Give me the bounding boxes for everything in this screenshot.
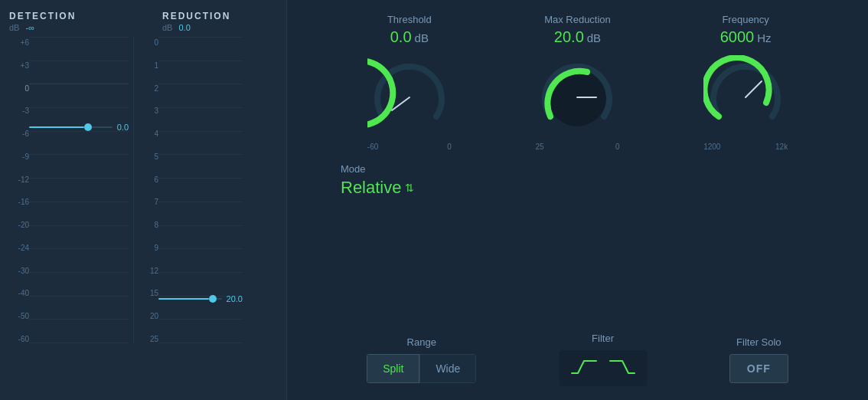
- scale-label-m60: -60: [6, 335, 29, 343]
- rscale-25: 25: [139, 335, 158, 343]
- rscale-20: 20: [139, 312, 158, 320]
- mode-block: Mode Relative ⇅: [325, 163, 414, 198]
- frequency-knob[interactable]: [703, 55, 788, 139]
- max-reduction-knob[interactable]: [535, 55, 619, 139]
- range-block: Range Split Wide: [367, 336, 476, 383]
- frequency-scale: 1200 12k: [703, 143, 788, 151]
- scale-label-m3: -3: [6, 107, 29, 115]
- scale-label-0: 0: [6, 84, 29, 93]
- mode-selector[interactable]: Relative ⇅: [341, 178, 414, 198]
- max-reduction-block: Max Reduction 20.0 dB: [535, 14, 619, 151]
- rscale-6: 6: [139, 175, 158, 184]
- reduction-slider-value: 20.0: [227, 294, 243, 303]
- detection-scale: +6 +3 0 -3 -6 -9 -12 -16 -20 -24 -30 -40…: [6, 37, 29, 343]
- rscale-8: 8: [139, 221, 158, 229]
- svg-line-3: [746, 81, 762, 97]
- threshold-unit: dB: [415, 31, 429, 44]
- frequency-scale-max: 12k: [775, 143, 788, 151]
- scale-label-m12: -12: [6, 175, 29, 184]
- range-split-button[interactable]: Split: [367, 354, 419, 383]
- rscale-1: 1: [139, 61, 158, 70]
- detection-gridlines: [29, 37, 129, 343]
- scale-label-m40: -40: [6, 289, 29, 297]
- filter-solo-block: Filter Solo OFF: [729, 336, 788, 383]
- range-buttons: Split Wide: [367, 354, 476, 383]
- filter-highpass-icon: [570, 358, 598, 376]
- main-layout: DETECTION dB -∞ REDUCTION dB 0.0 +6 +3 0: [0, 0, 868, 400]
- reduction-title: REDUCTION: [162, 11, 277, 21]
- rscale-4: 4: [139, 130, 158, 138]
- filter-block: Filter: [560, 333, 647, 386]
- frequency-block: Frequency 6000 Hz 1200: [703, 14, 788, 151]
- threshold-label: Threshold: [387, 14, 432, 25]
- scale-label-m6: -6: [6, 130, 29, 138]
- knobs-row: Threshold 0.0 dB -60: [325, 14, 830, 151]
- mode-label: Mode: [341, 163, 414, 175]
- reduction-db-label: dB: [162, 23, 172, 32]
- threshold-scale-max: 0: [447, 143, 452, 151]
- detection-db-row: dB -∞: [9, 23, 162, 32]
- reduction-col-header: REDUCTION dB 0.0: [162, 11, 277, 32]
- frequency-label: Frequency: [722, 14, 768, 25]
- threshold-knob-svg: [367, 55, 452, 139]
- rscale-7: 7: [139, 198, 158, 206]
- frequency-scale-min: 1200: [703, 143, 720, 151]
- max-reduction-unit: dB: [587, 31, 601, 44]
- rscale-3: 3: [139, 107, 158, 115]
- frequency-value: 6000: [720, 28, 755, 46]
- detection-slider[interactable]: 0.0: [29, 123, 129, 132]
- reduction-slider-container: 20.0: [158, 37, 243, 343]
- frequency-knob-svg: [703, 55, 788, 139]
- right-panel: Threshold 0.0 dB -60: [287, 0, 868, 400]
- threshold-block: Threshold 0.0 dB -60: [367, 14, 452, 151]
- filter-solo-label: Filter Solo: [736, 336, 782, 348]
- bottom-row: Range Split Wide Filter: [325, 333, 830, 386]
- max-reduction-scale-min: 25: [535, 143, 543, 151]
- mode-row: Mode Relative ⇅: [325, 163, 830, 198]
- rscale-0: 0: [139, 38, 158, 47]
- panel-divider: [133, 37, 134, 343]
- scale-label-m20: -20: [6, 221, 29, 229]
- frequency-unit: Hz: [757, 31, 771, 44]
- max-reduction-label: Max Reduction: [544, 14, 611, 25]
- threshold-knob[interactable]: [367, 55, 452, 139]
- scale-label-p3: +3: [6, 61, 29, 70]
- max-reduction-scale: 25 0: [535, 143, 619, 151]
- reduction-db-row: dB 0.0: [162, 23, 277, 32]
- filter-solo-button[interactable]: OFF: [729, 354, 788, 383]
- detection-col-header: DETECTION dB -∞: [9, 11, 162, 32]
- filter-lowpass-button[interactable]: [605, 355, 639, 382]
- scale-label-m24: -24: [6, 244, 29, 252]
- scale-label-p6: +6: [6, 38, 29, 47]
- threshold-value: 0.0: [390, 28, 412, 46]
- detection-db-value: -∞: [25, 23, 34, 32]
- reduction-slider[interactable]: 20.0: [158, 294, 243, 303]
- rscale-15: 15: [139, 289, 158, 297]
- rscale-5: 5: [139, 152, 158, 161]
- filter-lowpass-icon: [609, 358, 636, 376]
- meters-area: +6 +3 0 -3 -6 -9 -12 -16 -20 -24 -30 -40…: [0, 37, 286, 400]
- left-header: DETECTION dB -∞ REDUCTION dB 0.0: [0, 0, 286, 37]
- scale-label-m50: -50: [6, 312, 29, 320]
- mode-value: Relative: [341, 178, 401, 198]
- detection-slider-value: 0.0: [117, 123, 129, 132]
- filter-label: Filter: [592, 333, 614, 344]
- threshold-scale: -60 0: [367, 143, 452, 151]
- scale-label-m9: -9: [6, 152, 29, 161]
- scale-label-m30: -30: [6, 267, 29, 275]
- rscale-9: 9: [139, 244, 158, 252]
- detection-title: DETECTION: [9, 11, 162, 21]
- range-wide-button[interactable]: Wide: [419, 354, 476, 383]
- detection-db-label: dB: [9, 23, 19, 32]
- left-panel: DETECTION dB -∞ REDUCTION dB 0.0 +6 +3 0: [0, 0, 287, 400]
- detection-slider-container: 0.0: [29, 37, 129, 343]
- max-reduction-scale-max: 0: [615, 143, 620, 151]
- rscale-2: 2: [139, 84, 158, 93]
- reduction-scale: 0 1 2 3 4 5 6 7 8 9 12 15 20 25: [139, 37, 158, 343]
- max-reduction-knob-svg: [535, 55, 619, 139]
- range-label: Range: [407, 336, 436, 348]
- filter-buttons: [560, 350, 647, 386]
- scale-label-m16: -16: [6, 198, 29, 206]
- threshold-scale-min: -60: [367, 143, 378, 151]
- filter-highpass-button[interactable]: [567, 355, 601, 382]
